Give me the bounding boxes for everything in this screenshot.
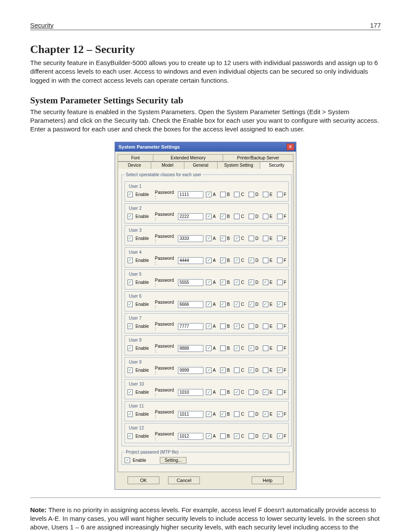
class-checkbox-b[interactable] xyxy=(220,345,226,351)
class-checkbox-f[interactable] xyxy=(277,214,283,219)
class-checkbox-e[interactable] xyxy=(263,214,268,219)
class-checkbox-b[interactable] xyxy=(220,214,226,219)
tab-model[interactable]: Model xyxy=(151,162,184,169)
class-checkbox-d[interactable] xyxy=(249,214,254,219)
class-checkbox-b[interactable] xyxy=(220,367,226,373)
class-checkbox-e[interactable] xyxy=(263,324,268,329)
enable-checkbox[interactable] xyxy=(128,280,133,285)
tab-system-setting[interactable]: System Setting xyxy=(218,162,261,169)
class-checkbox-a[interactable] xyxy=(206,214,212,219)
password-input[interactable]: 8888 xyxy=(178,345,203,352)
class-checkbox-a[interactable] xyxy=(206,433,212,439)
class-checkbox-c[interactable] xyxy=(234,345,240,351)
class-checkbox-d[interactable] xyxy=(249,192,254,197)
tab-security[interactable]: Security xyxy=(260,162,293,169)
setting-button[interactable]: Setting... xyxy=(160,457,186,464)
enable-checkbox[interactable] xyxy=(128,324,133,329)
class-checkbox-d[interactable] xyxy=(249,367,254,373)
enable-checkbox[interactable] xyxy=(128,411,133,417)
enable-checkbox[interactable] xyxy=(128,367,133,373)
class-checkbox-f[interactable] xyxy=(277,345,283,351)
password-input[interactable]: 3333 xyxy=(178,235,203,242)
enable-checkbox[interactable] xyxy=(128,236,133,241)
class-checkbox-a[interactable] xyxy=(206,280,212,285)
class-checkbox-f[interactable] xyxy=(277,302,283,307)
tab-extended-memory[interactable]: Extended Memory xyxy=(153,154,224,162)
class-checkbox-c[interactable] xyxy=(234,302,240,307)
class-checkbox-f[interactable] xyxy=(277,258,283,263)
class-checkbox-e[interactable] xyxy=(263,280,268,285)
tab-general[interactable]: General xyxy=(184,162,218,169)
class-checkbox-e[interactable] xyxy=(263,389,268,395)
password-input[interactable]: 9999 xyxy=(178,367,203,374)
enable-checkbox[interactable] xyxy=(128,302,133,307)
class-checkbox-e[interactable] xyxy=(263,345,268,351)
password-input[interactable]: 2222 xyxy=(178,213,203,220)
class-checkbox-f[interactable] xyxy=(277,433,283,439)
class-checkbox-a[interactable] xyxy=(206,345,212,351)
cancel-button[interactable]: Cancel xyxy=(168,476,200,484)
class-checkbox-e[interactable] xyxy=(263,258,268,263)
class-checkbox-b[interactable] xyxy=(220,302,226,307)
class-checkbox-d[interactable] xyxy=(249,258,254,263)
class-checkbox-f[interactable] xyxy=(277,367,283,373)
class-checkbox-e[interactable] xyxy=(263,411,268,417)
project-pw-enable-checkbox[interactable] xyxy=(125,457,130,463)
class-checkbox-c[interactable] xyxy=(234,236,240,241)
password-input[interactable]: 6666 xyxy=(178,301,203,308)
class-checkbox-f[interactable] xyxy=(277,324,283,329)
class-checkbox-a[interactable] xyxy=(206,236,212,241)
class-checkbox-e[interactable] xyxy=(263,302,268,307)
class-checkbox-b[interactable] xyxy=(220,324,226,329)
password-input[interactable]: 1011 xyxy=(178,411,203,418)
enable-checkbox[interactable] xyxy=(128,345,133,351)
class-checkbox-c[interactable] xyxy=(234,433,240,439)
class-checkbox-a[interactable] xyxy=(206,258,212,263)
class-checkbox-f[interactable] xyxy=(277,389,283,395)
class-checkbox-b[interactable] xyxy=(220,280,226,285)
class-checkbox-b[interactable] xyxy=(220,411,226,417)
enable-checkbox[interactable] xyxy=(128,258,133,263)
class-checkbox-c[interactable] xyxy=(234,324,240,329)
password-input[interactable]: 1111 xyxy=(178,191,203,198)
class-checkbox-c[interactable] xyxy=(234,389,240,395)
enable-checkbox[interactable] xyxy=(128,192,133,197)
tab-font[interactable]: Font xyxy=(118,154,153,162)
class-checkbox-e[interactable] xyxy=(263,367,268,373)
class-checkbox-f[interactable] xyxy=(277,411,283,417)
class-checkbox-d[interactable] xyxy=(249,345,254,351)
class-checkbox-d[interactable] xyxy=(249,302,254,307)
class-checkbox-c[interactable] xyxy=(234,214,240,219)
class-checkbox-d[interactable] xyxy=(249,411,254,417)
password-input[interactable]: 1012 xyxy=(178,433,203,440)
help-button[interactable]: Help xyxy=(252,476,283,484)
tab-device[interactable]: Device xyxy=(118,162,151,169)
class-checkbox-b[interactable] xyxy=(220,192,226,197)
tab-printer-backup-server[interactable]: Printer/Backup Server xyxy=(223,154,293,162)
close-icon[interactable]: × xyxy=(286,143,294,150)
class-checkbox-c[interactable] xyxy=(234,258,240,263)
class-checkbox-b[interactable] xyxy=(220,433,226,439)
class-checkbox-d[interactable] xyxy=(249,324,254,329)
class-checkbox-a[interactable] xyxy=(206,389,212,395)
class-checkbox-a[interactable] xyxy=(206,411,212,417)
class-checkbox-c[interactable] xyxy=(234,280,240,285)
password-input[interactable]: 7777 xyxy=(178,323,203,330)
class-checkbox-f[interactable] xyxy=(277,236,283,241)
class-checkbox-a[interactable] xyxy=(206,192,212,197)
password-input[interactable]: 4444 xyxy=(178,257,203,264)
class-checkbox-d[interactable] xyxy=(249,280,254,285)
class-checkbox-b[interactable] xyxy=(220,258,226,263)
class-checkbox-a[interactable] xyxy=(206,302,212,307)
password-input[interactable]: 1010 xyxy=(178,389,203,396)
ok-button[interactable]: OK xyxy=(128,476,159,484)
class-checkbox-c[interactable] xyxy=(234,192,240,197)
class-checkbox-e[interactable] xyxy=(263,236,268,241)
password-input[interactable]: 5555 xyxy=(178,279,203,286)
class-checkbox-d[interactable] xyxy=(249,433,254,439)
class-checkbox-b[interactable] xyxy=(220,236,226,241)
enable-checkbox[interactable] xyxy=(128,389,133,395)
class-checkbox-b[interactable] xyxy=(220,389,226,395)
class-checkbox-c[interactable] xyxy=(234,367,240,373)
enable-checkbox[interactable] xyxy=(128,214,133,219)
